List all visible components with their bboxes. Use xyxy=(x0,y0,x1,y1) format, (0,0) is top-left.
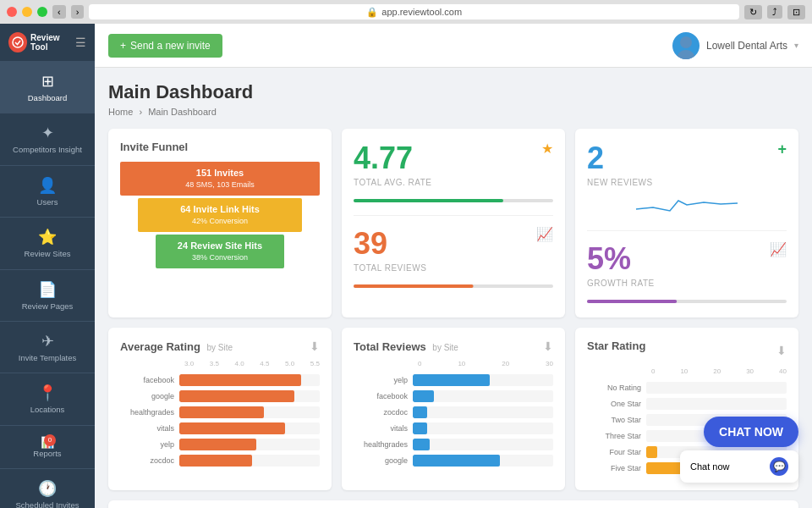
browser-tabs[interactable]: ⊡ xyxy=(787,5,805,19)
svg-rect-8 xyxy=(587,300,677,303)
growth-rate-metric: 5% 📈 GROWTH RATE xyxy=(587,241,787,306)
funnel-level-3: 24 Review Site Hits 38% Conversion xyxy=(156,235,283,268)
user-profile[interactable]: Lowell Dental Arts ▾ xyxy=(672,32,798,59)
bar-vitals: vitals xyxy=(120,422,320,434)
funnel-diagram: 151 Invites 48 SMS, 103 Emails 64 Invite… xyxy=(120,162,320,268)
chat-bubble: Chat now 💬 xyxy=(680,450,798,483)
browser-close[interactable] xyxy=(7,7,17,17)
bar-yelp-tr: yelp xyxy=(354,374,553,386)
star-icon: ★ xyxy=(541,141,553,157)
sidebar-item-scheduled[interactable]: 🕐 Scheduled Invites xyxy=(0,469,95,508)
sidebar-header: Review Tool ☰ xyxy=(0,24,95,62)
sidebar-item-users[interactable]: 👤 Users xyxy=(0,166,95,218)
avg-rating-chart: facebook google healthgrades vitals xyxy=(120,374,320,467)
reviews-over-time-card: Reviews Over Time All sites xyxy=(108,500,798,508)
browser-share[interactable]: ⤴ xyxy=(767,5,782,19)
star-rating-x-axis: 010203040 xyxy=(651,367,787,375)
svg-point-2 xyxy=(680,36,692,48)
avg-rating-x-axis: 3.03.54.04.55.05.5 xyxy=(184,360,320,367)
chat-widget: CHAT NOW Chat now 💬 xyxy=(680,417,798,483)
send-icon: + xyxy=(120,40,126,52)
invite-funnel-card: Invite Funnel 151 Invites 48 SMS, 103 Em… xyxy=(108,129,332,318)
bar-facebook: facebook xyxy=(120,374,320,386)
browser-forward[interactable]: › xyxy=(71,5,85,19)
bar-zocdoc: zocdoc xyxy=(120,455,320,467)
bar-vitals-tr: vitals xyxy=(354,422,553,434)
page-title: Main Dashboard xyxy=(108,81,798,103)
total-reviews-card: Total Reviews by Site ⬇ 0102030 yelp xyxy=(342,328,565,490)
scheduled-icon: 🕐 xyxy=(38,479,57,498)
bar-google-tr: google xyxy=(354,455,553,467)
bar-yelp: yelp xyxy=(120,439,320,450)
bar-facebook-tr: facebook xyxy=(354,390,553,402)
logo: Review Tool xyxy=(8,32,75,52)
sidebar-item-review-sites[interactable]: ⭐ Review Sites xyxy=(0,218,95,269)
new-reviews-metric: 2 + NEW REVIEWS xyxy=(587,141,787,231)
total-reviews-chart: yelp facebook zocdoc vitals xyxy=(354,374,553,467)
metrics-left-card: 4.77 ★ TOTAL AVG. RATE 39 📈 TOT xyxy=(342,129,565,318)
top-cards-grid: Invite Funnel 151 Invites 48 SMS, 103 Em… xyxy=(108,129,798,318)
total-reviews-x-axis: 0102030 xyxy=(418,360,553,367)
svg-point-1 xyxy=(677,50,695,59)
send-invite-button[interactable]: + Send a new invite xyxy=(108,34,222,58)
review-pages-icon: 📄 xyxy=(38,280,57,299)
avg-rating-card: Average Rating by Site ⬇ 3.03.54.04.55.0… xyxy=(108,328,332,490)
competitors-icon: ✦ xyxy=(41,124,54,142)
total-reviews-metric: 39 📈 TOTAL REVIEWS xyxy=(354,226,553,290)
sidebar-item-dashboard[interactable]: ⊞ Dashboard xyxy=(0,62,95,113)
bar-healthgrades-tr: healthgrades xyxy=(354,439,553,450)
svg-rect-6 xyxy=(354,284,474,288)
avatar xyxy=(672,32,700,59)
invite-templates-icon: ✈ xyxy=(41,332,54,351)
sidebar-item-reports[interactable]: 📊 0 Reports xyxy=(0,426,95,469)
review-sites-icon: ⭐ xyxy=(38,228,57,246)
sidebar-item-competitors[interactable]: ✦ Competitors Insight xyxy=(0,113,95,165)
logo-icon xyxy=(8,32,27,52)
svg-point-0 xyxy=(13,37,23,47)
sidebar-item-invite-templates[interactable]: ✈ Invite Templates xyxy=(0,322,95,373)
bar-one-star: One Star xyxy=(587,398,787,410)
address-bar[interactable]: 🔒 app.reviewtool.com xyxy=(89,4,739,19)
sidebar-item-locations[interactable]: 📍 Locations xyxy=(0,373,95,425)
funnel-level-2: 64 Invite Link Hits 42% Conversion xyxy=(138,198,302,232)
users-icon: 👤 xyxy=(38,176,57,195)
browser-minimize[interactable] xyxy=(22,7,32,17)
download-icon-2[interactable]: ⬇ xyxy=(543,340,553,353)
logo-text: Review Tool xyxy=(30,33,75,52)
avg-rate-metric: 4.77 ★ TOTAL AVG. RATE xyxy=(354,141,553,216)
chart-icon: 📈 xyxy=(536,226,553,242)
lock-icon: 🔒 xyxy=(366,7,378,18)
metrics-right-card: 2 + NEW REVIEWS 5% 📈 xyxy=(575,129,798,318)
bar-google: google xyxy=(120,390,320,402)
hamburger-icon[interactable]: ☰ xyxy=(75,36,86,49)
bar-zocdoc-tr: zocdoc xyxy=(354,406,553,418)
browser-maximize[interactable] xyxy=(37,7,47,17)
bar-no-rating: No Rating xyxy=(587,382,787,394)
plus-icon: + xyxy=(777,141,787,158)
browser-chrome: ‹ › 🔒 app.reviewtool.com ↻ ⤴ ⊡ xyxy=(0,0,812,24)
svg-rect-4 xyxy=(354,199,503,202)
chat-now-button[interactable]: CHAT NOW xyxy=(704,417,798,447)
breadcrumb: Home › Main Dashboard xyxy=(108,107,798,117)
download-icon-3[interactable]: ⬇ xyxy=(776,344,787,357)
trend-icon: 📈 xyxy=(770,241,787,257)
funnel-level-1: 151 Invites 48 SMS, 103 Emails xyxy=(120,162,320,196)
locations-icon: 📍 xyxy=(38,384,57,402)
sidebar: Review Tool ☰ ⊞ Dashboard ✦ Competitors … xyxy=(0,24,95,508)
reports-badge: 0 xyxy=(44,434,56,446)
browser-refresh[interactable]: ↻ xyxy=(744,5,762,19)
chat-dot-icon: 💬 xyxy=(770,457,788,476)
reports-icon-wrap: 📊 0 xyxy=(41,436,54,449)
chevron-down-icon: ▾ xyxy=(794,41,798,50)
browser-back[interactable]: ‹ xyxy=(52,5,66,19)
sidebar-item-review-pages[interactable]: 📄 Review Pages xyxy=(0,270,95,322)
download-icon[interactable]: ⬇ xyxy=(310,340,320,353)
top-header: + Send a new invite Lowell Dental Arts ▾ xyxy=(95,24,812,68)
dashboard-icon: ⊞ xyxy=(41,72,54,91)
bar-healthgrades: healthgrades xyxy=(120,406,320,418)
